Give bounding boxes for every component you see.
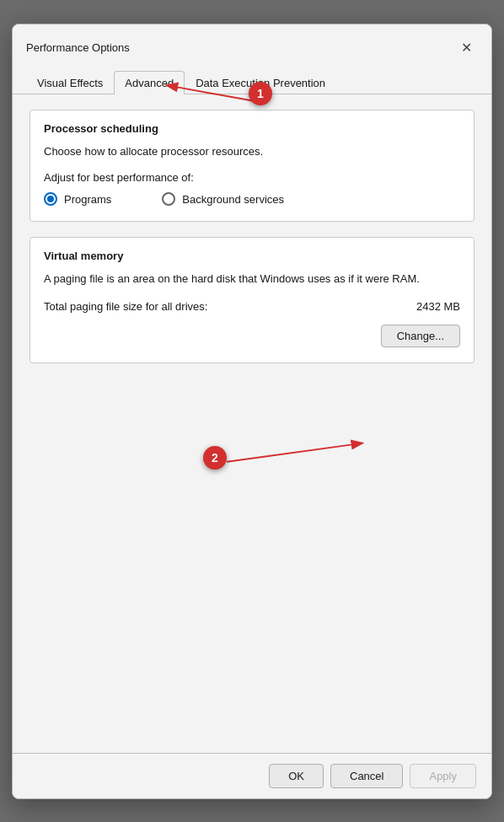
ok-button[interactable]: OK xyxy=(269,764,324,788)
radio-group: Programs Background services xyxy=(44,192,460,206)
background-services-option[interactable]: Background services xyxy=(162,192,284,206)
virtual-memory-description: A paging file is an area on the hard dis… xyxy=(44,271,460,288)
programs-label: Programs xyxy=(64,193,111,206)
background-services-radio[interactable] xyxy=(162,192,175,206)
tab-content: Processor scheduling Choose how to alloc… xyxy=(13,94,491,753)
programs-radio[interactable] xyxy=(44,192,57,206)
dialog-title: Performance Options xyxy=(26,41,130,54)
title-bar: Performance Options ✕ xyxy=(13,24,491,60)
paging-file-size-row: Total paging file size for all drives: 2… xyxy=(44,300,460,313)
adjust-label: Adjust for best performance of: xyxy=(44,171,460,184)
change-button[interactable]: Change... xyxy=(381,325,460,347)
virtual-memory-section: Virtual memory A paging file is an area … xyxy=(29,237,475,363)
annotation-marker-2: 2 xyxy=(203,446,227,470)
processor-scheduling-section: Processor scheduling Choose how to alloc… xyxy=(29,110,475,223)
background-services-label: Background services xyxy=(182,193,284,206)
tab-advanced[interactable]: Advanced xyxy=(114,71,185,94)
paging-size-value: 2432 MB xyxy=(416,300,460,313)
apply-button[interactable]: Apply xyxy=(410,764,476,788)
processor-scheduling-title: Processor scheduling xyxy=(44,122,460,135)
annotation-marker-1: 1 xyxy=(249,82,272,105)
processor-scheduling-description: Choose how to allocate processor resourc… xyxy=(44,143,460,160)
cancel-button[interactable]: Cancel xyxy=(330,764,403,788)
close-button[interactable]: ✕ xyxy=(454,36,478,60)
tab-visual-effects[interactable]: Visual Effects xyxy=(26,71,114,94)
programs-option[interactable]: Programs xyxy=(44,192,111,206)
paging-size-label: Total paging file size for all drives: xyxy=(44,300,207,313)
virtual-memory-title: Virtual memory xyxy=(44,250,460,262)
performance-options-dialog: 1 2 Performance Options ✕ Visual Effects… xyxy=(12,24,492,799)
bottom-bar: OK Cancel Apply xyxy=(13,753,491,798)
